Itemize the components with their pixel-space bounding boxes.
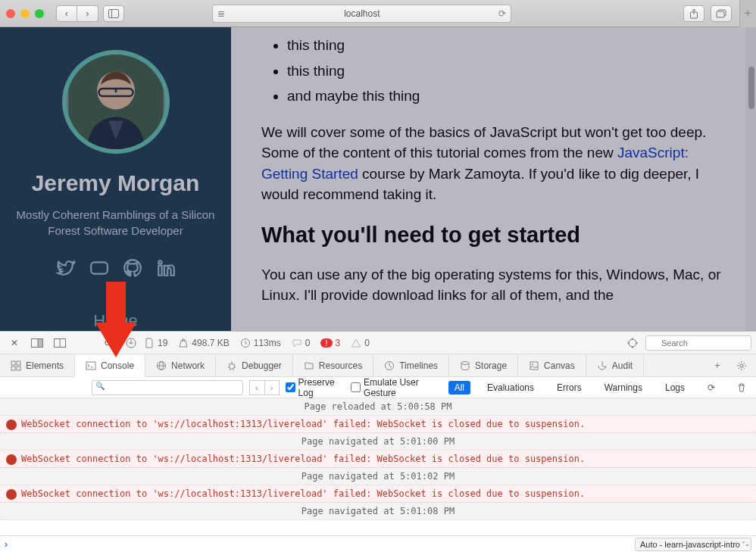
devtools-search-input[interactable] <box>645 335 751 351</box>
zoom-window-button[interactable] <box>35 9 44 18</box>
tabs-button[interactable] <box>711 5 732 22</box>
tab-network[interactable]: Network <box>145 354 216 376</box>
dock-bottom-button[interactable] <box>50 335 70 351</box>
warning-icon <box>351 338 361 348</box>
resources-icon <box>304 360 314 371</box>
canvas-icon <box>529 360 539 371</box>
document-icon <box>144 338 155 348</box>
youtube-icon <box>89 258 109 278</box>
debugger-icon <box>226 360 237 371</box>
filter-warnings[interactable]: Warnings <box>598 381 648 395</box>
devtools-stats: 19 498.7 KB 113ms 0 ! 3 0 <box>144 338 370 348</box>
timelines-icon <box>384 360 395 371</box>
list-item: this thing <box>287 61 736 82</box>
network-icon <box>156 360 167 371</box>
tabs-icon <box>716 9 726 18</box>
execution-context-select[interactable]: Auto - learn-javascript-intro <box>635 538 751 551</box>
tab-audit[interactable]: Audit <box>586 354 644 376</box>
tab-resources[interactable]: Resources <box>293 354 373 376</box>
preserve-log-checkbox[interactable]: Preserve Log <box>286 377 345 398</box>
social-links <box>56 258 176 281</box>
filter-logs[interactable]: Logs <box>659 381 691 395</box>
svg-point-16 <box>183 338 185 341</box>
minimize-window-button[interactable] <box>20 9 30 18</box>
stat-warnings: 0 <box>351 338 370 348</box>
clear-console-button[interactable] <box>732 379 751 396</box>
tab-debugger[interactable]: Debugger <box>216 354 293 376</box>
list-item: and maybe this thing <box>287 86 736 107</box>
dock-side-icon <box>31 338 43 348</box>
console-prompt[interactable]: › Auto - learn-javascript-intro <box>0 535 756 552</box>
weight-icon <box>178 338 189 348</box>
filter-evaluations[interactable]: Evaluations <box>481 381 540 395</box>
window-controls <box>6 9 44 18</box>
linkedin-link[interactable] <box>156 258 176 281</box>
next-match-button[interactable]: › <box>264 380 280 395</box>
dock-side-button[interactable] <box>27 335 47 351</box>
stat-logs: 0 <box>292 338 311 348</box>
svg-rect-0 <box>109 9 119 17</box>
refresh-console-button[interactable]: ⟳ <box>701 379 721 396</box>
new-tab-button[interactable]: ＋ <box>739 0 756 27</box>
list-item: this thing <box>287 35 736 56</box>
tab-elements[interactable]: Elements <box>0 354 75 376</box>
console-info-line: Page reloaded at 5:00:58 PM <box>0 398 756 416</box>
console-info-line: Page navigated at 5:01:00 PM <box>0 433 756 451</box>
add-tab-button[interactable]: ＋ <box>708 357 727 374</box>
prev-match-button[interactable]: ‹ <box>249 380 264 395</box>
close-window-button[interactable] <box>6 9 15 18</box>
audit-icon <box>597 360 608 371</box>
filter-all[interactable]: All <box>448 381 470 395</box>
svg-point-18 <box>629 339 636 347</box>
forward-button[interactable]: › <box>77 5 98 22</box>
annotation-arrow <box>91 282 136 368</box>
stat-size: 498.7 KB <box>178 338 229 348</box>
author-tagline: Mostly Coherent Ramblings of a Silicon F… <box>0 207 231 239</box>
chat-icon <box>292 338 302 348</box>
share-button[interactable] <box>683 5 704 22</box>
paragraph: We will cover some of the basics of Java… <box>261 122 736 205</box>
close-devtools-button[interactable]: ✕ <box>5 335 24 351</box>
section-heading: What you'll need to get started <box>261 219 736 251</box>
reader-icon[interactable]: ≣ <box>217 8 225 19</box>
stat-resources: 19 <box>144 338 167 348</box>
sidebar-toggle-button[interactable] <box>103 5 124 22</box>
scrollbar-thumb[interactable] <box>748 67 754 109</box>
svg-point-27 <box>230 363 235 369</box>
inspect-element-button[interactable] <box>623 335 642 351</box>
svg-rect-20 <box>17 361 20 365</box>
svg-rect-30 <box>530 362 538 370</box>
console-error-line: !WebSocket connection to 'ws://localhost… <box>0 416 756 433</box>
back-button[interactable]: ‹ <box>56 5 77 22</box>
console-output[interactable]: Page reloaded at 5:00:58 PM!WebSocket co… <box>0 398 756 535</box>
devtools-settings-button[interactable] <box>732 357 751 374</box>
console-filter-input[interactable] <box>92 380 243 395</box>
page-scrollbar[interactable] <box>745 27 756 331</box>
tab-storage[interactable]: Storage <box>449 354 518 376</box>
linkedin-icon <box>156 258 176 278</box>
tab-canvas[interactable]: Canvas <box>518 354 586 376</box>
paragraph: You can use any of the big operating sys… <box>261 264 736 306</box>
address-bar[interactable]: ≣ localhost ⟳ <box>212 5 511 23</box>
reload-icon[interactable]: ⟳ <box>498 8 506 19</box>
twitter-link[interactable] <box>56 258 76 281</box>
tab-timelines[interactable]: Timelines <box>373 354 449 376</box>
console-info-line: Page navigated at 5:01:02 PM <box>0 468 756 485</box>
trash-icon <box>736 382 747 393</box>
console-error-line: !WebSocket connection to 'ws://localhost… <box>0 485 756 503</box>
filter-errors[interactable]: Errors <box>551 381 588 395</box>
stat-errors[interactable]: ! 3 <box>320 338 340 348</box>
console-level-filters: All Evaluations Errors Warnings Logs ⟳ <box>448 379 751 396</box>
svg-point-32 <box>740 364 743 367</box>
svg-point-31 <box>532 363 533 365</box>
address-text: localhost <box>344 8 380 19</box>
github-link[interactable] <box>123 258 142 281</box>
emulate-gesture-checkbox[interactable]: Emulate User Gesture <box>351 377 442 398</box>
youtube-link[interactable] <box>89 258 109 281</box>
svg-point-10 <box>158 260 161 264</box>
share-icon <box>689 8 698 19</box>
dock-bottom-icon <box>54 338 66 348</box>
svg-rect-4 <box>717 11 724 17</box>
console-pager: ‹ › <box>249 380 280 395</box>
sidebar-icon <box>108 9 119 18</box>
